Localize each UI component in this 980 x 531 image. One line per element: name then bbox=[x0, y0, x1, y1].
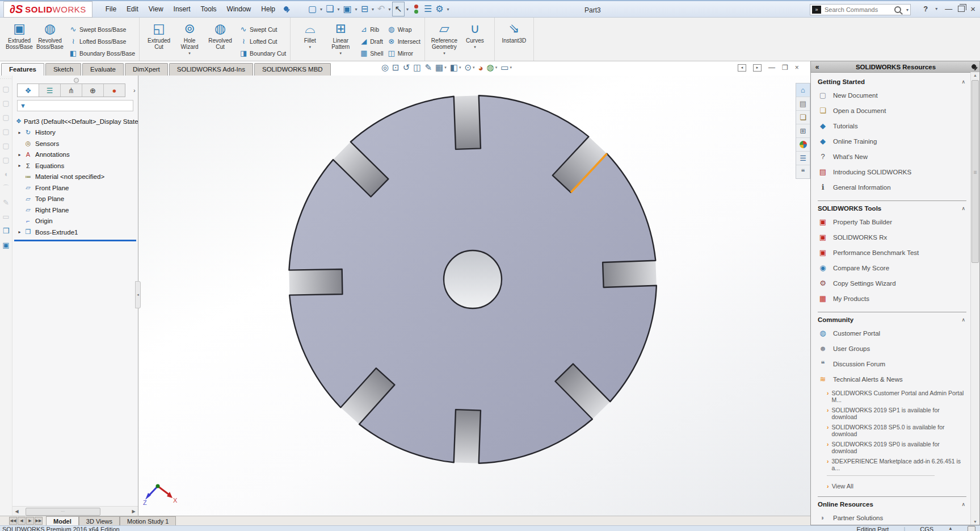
sketch-arc-icon[interactable]: ⌒ bbox=[2, 181, 10, 195]
tree-item-history[interactable]: ▸↻History bbox=[12, 127, 138, 139]
doc-tab-model[interactable]: Model bbox=[46, 516, 79, 525]
tab-dimxpert[interactable]: DimXpert bbox=[125, 63, 168, 76]
annotation-pencil-icon[interactable]: ✎ bbox=[3, 195, 9, 210]
reference-geometry-button[interactable]: ▱Reference Geometry▾ bbox=[429, 19, 460, 56]
hole-wizard-button[interactable]: ⊚Hole Wizard▾ bbox=[174, 19, 205, 56]
triad-x-label[interactable]: X bbox=[173, 497, 178, 504]
tab-sketch[interactable]: Sketch bbox=[45, 63, 81, 76]
solidworks-rx-link[interactable]: ▣SOLIDWORKS Rx bbox=[818, 229, 969, 245]
minimize-button[interactable]: — bbox=[945, 5, 952, 13]
expand-arrow-icon[interactable]: ▸ bbox=[16, 152, 23, 157]
tree-item-material[interactable]: ≔Material <not specified> bbox=[12, 172, 138, 183]
task-pane-scrollbar[interactable]: ▲ ☰ ▼ bbox=[970, 72, 979, 525]
triad-z-label[interactable]: Z bbox=[143, 499, 147, 506]
view-settings-button[interactable]: ▭▾ bbox=[500, 62, 512, 73]
instant3d-button[interactable]: ⇘Instant3D bbox=[499, 19, 529, 44]
help-dropdown-caret[interactable]: ▾ bbox=[933, 6, 939, 11]
model-canvas[interactable]: ZX bbox=[138, 76, 810, 516]
apply-scene-button[interactable]: ◍▾ bbox=[487, 62, 498, 73]
custom-properties-tab[interactable]: ☰ bbox=[796, 152, 810, 165]
more-tabs-arrow[interactable]: › bbox=[133, 87, 136, 94]
first-tab-button[interactable]: ◀◀ bbox=[9, 517, 17, 525]
reference-geometry-dropdown-caret[interactable]: ▾ bbox=[443, 51, 445, 56]
slot-cut-face[interactable] bbox=[454, 409, 481, 463]
hide-show-items-dropdown-caret[interactable]: ▾ bbox=[473, 65, 475, 70]
restore-document-button[interactable]: ❐ bbox=[782, 64, 788, 72]
expand-arrow-icon[interactable]: ▸ bbox=[16, 130, 23, 135]
part-cube-icon[interactable]: ❒ bbox=[3, 224, 10, 238]
search-icon[interactable] bbox=[894, 6, 901, 13]
view-palette-tab[interactable]: ⊞ bbox=[796, 124, 810, 138]
open-document-dropdown-caret[interactable]: ▾ bbox=[335, 7, 341, 12]
lofted-boss-base-button[interactable]: ≀Lofted Boss/Base bbox=[68, 35, 135, 47]
scroll-track[interactable]: ⋯ bbox=[21, 507, 129, 515]
forum-tab[interactable]: ❝ bbox=[796, 165, 810, 178]
display-manager-tab[interactable]: ● bbox=[104, 84, 125, 97]
display-style-dropdown-caret[interactable]: ▾ bbox=[459, 65, 461, 70]
tree-item-sensors[interactable]: ◎Sensors bbox=[12, 138, 138, 149]
open-a-document-link[interactable]: ❏Open a Document bbox=[818, 103, 969, 118]
graphics-viewport[interactable]: ZX bbox=[138, 76, 810, 516]
new-document-dropdown-caret[interactable]: ▾ bbox=[318, 7, 324, 12]
prev-tab-button[interactable]: ◀ bbox=[18, 517, 26, 525]
zoom-to-fit-button[interactable]: ◎ bbox=[381, 62, 389, 73]
new-document-link[interactable]: ▢New Document bbox=[818, 87, 969, 103]
extruded-cut-button[interactable]: ◱Extruded Cut bbox=[144, 19, 174, 50]
scroll-left-arrow[interactable]: ◀ bbox=[12, 509, 21, 514]
tree-item-front[interactable]: ▱Front Plane bbox=[12, 182, 138, 194]
center-hole[interactable] bbox=[444, 250, 502, 308]
restore-button[interactable] bbox=[958, 6, 965, 12]
close-document-button[interactable]: × bbox=[795, 64, 799, 72]
print-button[interactable]: ⊟ bbox=[359, 2, 370, 16]
collapse-section-icon[interactable]: ∧ bbox=[961, 206, 965, 211]
shaded-view-icon[interactable]: ◖ bbox=[4, 167, 9, 181]
search-input[interactable] bbox=[823, 6, 894, 14]
zoom-to-area-button[interactable]: ⊡ bbox=[392, 62, 399, 73]
shell-button[interactable]: ▦Shell bbox=[359, 47, 383, 59]
design-library-tab[interactable]: ▤ bbox=[796, 97, 810, 111]
panel-resize-handle[interactable] bbox=[74, 78, 79, 83]
swept-boss-base-button[interactable]: ∿Swept Boss/Base bbox=[68, 23, 135, 35]
collapse-section-icon[interactable]: ∧ bbox=[961, 501, 965, 507]
help-button[interactable]: ? bbox=[923, 5, 928, 13]
menu-edit[interactable]: Edit bbox=[121, 3, 144, 15]
undo-button[interactable]: ↶ bbox=[376, 2, 386, 16]
slot-cut-face[interactable] bbox=[603, 261, 657, 287]
linear-pattern-button[interactable]: ⊞Linear Pattern▾ bbox=[325, 19, 356, 56]
pin-pane-icon[interactable] bbox=[968, 62, 979, 72]
menu-help[interactable]: Help bbox=[256, 3, 280, 15]
customer-portal-link[interactable]: ◍Customer Portal bbox=[818, 325, 969, 341]
search-scope-icon[interactable]: » bbox=[812, 6, 821, 14]
menu-window[interactable]: Window bbox=[222, 3, 256, 15]
menu-file[interactable]: File bbox=[100, 3, 121, 15]
collapse-section-icon[interactable]: ∧ bbox=[961, 317, 965, 323]
file-explorer-tab[interactable]: ❏ bbox=[796, 111, 810, 124]
intersect-button[interactable]: ⊗Intersect bbox=[386, 35, 420, 47]
boundary-boss-base-button[interactable]: ◧Boundary Boss/Base bbox=[68, 47, 135, 59]
undo-dropdown-caret[interactable]: ▾ bbox=[386, 7, 392, 12]
display-style-button[interactable]: ◧▾ bbox=[450, 62, 461, 73]
user-groups-link[interactable]: ☻User Groups bbox=[818, 341, 969, 356]
select-button[interactable]: ↖ bbox=[392, 2, 404, 16]
section-view-button[interactable]: ◫ bbox=[413, 62, 421, 73]
view-orientation-button[interactable]: ▦▾ bbox=[435, 62, 447, 73]
save-button[interactable]: ▣ bbox=[341, 2, 353, 16]
partner-solutions-link[interactable]: ◗Partner Solutions bbox=[818, 510, 969, 525]
open-document-button[interactable]: ❏ bbox=[324, 2, 335, 16]
curves-button[interactable]: ∪Curves▾ bbox=[460, 19, 490, 49]
what-s-new-link[interactable]: ?What's New bbox=[818, 149, 969, 164]
apply-scene-dropdown-caret[interactable]: ▾ bbox=[495, 65, 498, 70]
next-tab-button[interactable]: ▶ bbox=[26, 517, 34, 525]
view-orientation-dropdown-caret[interactable]: ▾ bbox=[444, 65, 447, 70]
lofted-cut-button[interactable]: ≀Lofted Cut bbox=[238, 35, 286, 47]
technical-alerts-news-link[interactable]: ≋Technical Alerts & News bbox=[818, 371, 969, 387]
previous-window-button[interactable]: ◂ bbox=[738, 64, 746, 72]
collapse-section-icon[interactable]: ∧ bbox=[961, 79, 965, 85]
property-tab-builder-link[interactable]: ▣Property Tab Builder bbox=[818, 214, 969, 229]
previous-view-button[interactable]: ↺ bbox=[403, 62, 410, 73]
dimxpert-manager-tab[interactable]: ⊕ bbox=[82, 84, 104, 97]
file-properties-button[interactable]: ☰ bbox=[422, 2, 434, 16]
fillet-button[interactable]: ⌓Fillet▾ bbox=[295, 19, 325, 49]
view-cube-icon[interactable]: ▢ bbox=[2, 124, 9, 139]
doc-tab-3d-views[interactable]: 3D Views bbox=[79, 516, 120, 525]
